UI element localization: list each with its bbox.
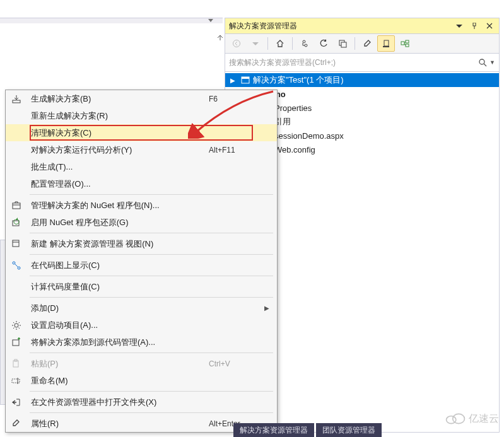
panel-toolbar — [225, 34, 499, 54]
menu-label: 清理解决方案(C) — [27, 127, 209, 139]
expand-icon[interactable]: ▶ — [230, 77, 238, 84]
tree-node-label: Web.config — [274, 145, 315, 154]
svg-rect-17 — [242, 77, 249, 79]
svg-line-15 — [484, 64, 486, 66]
properties-icon[interactable] — [358, 35, 376, 52]
toolbar-separator — [292, 37, 293, 50]
back-icon — [228, 35, 245, 52]
menu-separator — [30, 391, 273, 392]
menu-new-solution-explorer-view[interactable]: 新建 解决方案资源管理器 视图(N) — [6, 235, 277, 252]
svg-rect-6 — [341, 42, 346, 47]
split-handle-icon[interactable] — [216, 34, 224, 42]
search-dropdown-icon[interactable]: ▼ — [489, 59, 495, 66]
menu-separator — [30, 254, 273, 255]
menu-set-startup-projects[interactable]: 设置启动项目(A)... — [6, 317, 277, 334]
svg-rect-27 — [13, 340, 19, 346]
restore-icon — [6, 218, 27, 228]
watermark: 亿速云 — [445, 412, 499, 426]
menu-label: 配置管理器(O)... — [27, 178, 209, 190]
gear-icon — [6, 320, 27, 330]
new-view-icon — [6, 239, 27, 249]
menu-configuration-manager[interactable]: 配置管理器(O)... — [6, 175, 277, 192]
menu-open-folder-in-explorer[interactable]: 在文件资源管理器中打开文件夹(X) — [6, 393, 277, 411]
menu-calculate-code-metrics[interactable]: 计算代码度量值(C) — [6, 278, 277, 295]
menu-label: 粘贴(P) — [27, 358, 209, 370]
show-all-files-icon[interactable] — [377, 35, 395, 52]
solution-icon — [240, 75, 250, 85]
svg-point-4 — [305, 44, 307, 47]
menu-label: 属性(R) — [27, 418, 209, 429]
menu-label: 将解决方案添加到源代码管理(A)... — [27, 337, 209, 348]
search-icon[interactable] — [478, 58, 487, 67]
bottom-tab[interactable]: 团队资源管理器 — [316, 423, 382, 437]
menu-build-solution[interactable]: 生成解决方案(B) F6 — [6, 90, 277, 107]
menu-rebuild-solution[interactable]: 重新生成解决方案(R) — [6, 107, 277, 124]
watermark-text: 亿速云 — [469, 412, 499, 426]
menu-separator — [30, 233, 273, 233]
menu-shortcut: Ctrl+V — [209, 359, 264, 368]
bottom-tab-strip: 解决方案资源管理器 团队资源管理器 — [233, 423, 382, 437]
window-position-icon[interactable] — [454, 20, 465, 32]
svg-point-23 — [13, 262, 15, 264]
menu-add-to-source-control[interactable]: 将解决方案添加到源代码管理(A)... — [6, 334, 277, 351]
menu-paste: 粘贴(P)Ctrl+V — [6, 355, 277, 372]
context-menu: 生成解决方案(B) F6 重新生成解决方案(R) 清理解决方案(C) 对解决方案… — [5, 90, 278, 433]
collapse-all-icon[interactable] — [334, 35, 351, 52]
svg-line-25 — [15, 264, 18, 267]
menu-label: 对解决方案运行代码分析(Y) — [27, 144, 209, 156]
svg-rect-0 — [473, 23, 476, 26]
wrench-icon — [6, 419, 27, 429]
view-class-icon[interactable] — [396, 35, 414, 52]
open-folder-icon — [6, 397, 27, 407]
svg-point-14 — [479, 59, 484, 64]
home-icon[interactable] — [271, 35, 289, 52]
menu-label: 添加(D) — [27, 303, 209, 314]
menu-batch-build[interactable]: 批生成(T)... — [6, 158, 277, 175]
tree-solution-node[interactable]: ▶ 解决方案"Test"(1 个项目) — [225, 73, 499, 87]
menu-separator — [30, 353, 273, 353]
menu-separator — [30, 412, 273, 413]
menu-shortcut: Alt+F11 — [209, 146, 264, 154]
menu-show-on-codemap[interactable]: 在代码图上显示(C) — [6, 257, 277, 274]
menu-label: 重命名(M) — [27, 375, 209, 387]
menu-label: 设置启动项目(A)... — [27, 320, 209, 331]
menu-label: 批生成(T)... — [27, 161, 209, 173]
menu-separator — [30, 297, 273, 298]
tab-overflow-icon[interactable] — [208, 19, 213, 22]
panel-titlebar[interactable]: 解决方案资源管理器 — [225, 18, 499, 34]
bottom-tab[interactable]: 解决方案资源管理器 — [233, 423, 314, 437]
doc-tab-strip — [0, 18, 223, 23]
menu-label: 新建 解决方案资源管理器 视图(N) — [27, 238, 209, 250]
search-box[interactable]: 搜索解决方案资源管理器(Ctrl+;) ▼ — [225, 54, 499, 72]
pin-icon[interactable] — [469, 20, 480, 32]
menu-label: 管理解决方案的 NuGet 程序包(N)... — [27, 200, 209, 211]
svg-rect-10 — [406, 40, 409, 43]
menu-separator — [30, 276, 273, 276]
submenu-arrow-icon: ▶ — [264, 305, 277, 312]
menu-label: 计算代码度量值(C) — [27, 281, 209, 293]
menu-add[interactable]: 添加(D)▶ — [6, 300, 277, 317]
menu-label: 生成解决方案(B) — [27, 93, 209, 105]
tree-node-label: 解决方案"Test"(1 个项目) — [253, 74, 344, 86]
menu-rename[interactable]: 重命名(M) — [6, 372, 277, 389]
source-control-icon — [6, 337, 27, 347]
paste-icon — [6, 359, 27, 369]
svg-rect-11 — [406, 44, 409, 47]
svg-rect-7 — [384, 40, 389, 46]
svg-rect-30 — [12, 379, 20, 383]
svg-rect-19 — [13, 203, 20, 209]
svg-rect-18 — [13, 100, 20, 103]
refresh-icon[interactable] — [315, 35, 332, 52]
menu-run-code-analysis[interactable]: 对解决方案运行代码分析(Y)Alt+F11 — [6, 141, 277, 158]
close-icon[interactable] — [484, 20, 495, 32]
menu-separator — [30, 194, 273, 195]
svg-point-33 — [453, 414, 465, 423]
menu-enable-nuget-restore[interactable]: 启用 NuGet 程序包还原(G) — [6, 214, 277, 231]
menu-manage-nuget[interactable]: 管理解决方案的 NuGet 程序包(N)... — [6, 197, 277, 214]
menu-clean-solution[interactable]: 清理解决方案(C) — [6, 124, 277, 141]
forward-icon — [247, 35, 264, 52]
menu-label: 在代码图上显示(C) — [27, 260, 209, 271]
svg-rect-21 — [13, 240, 19, 247]
codemap-icon — [6, 260, 27, 271]
sync-icon[interactable] — [296, 35, 314, 52]
